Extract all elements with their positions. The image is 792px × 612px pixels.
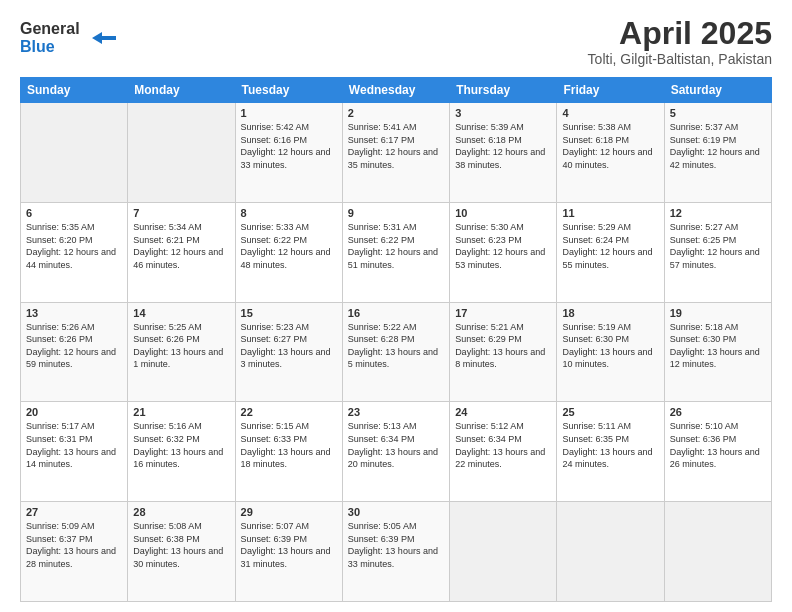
sunrise-text: Sunrise: 5:31 AM	[348, 222, 417, 232]
sunrise-text: Sunrise: 5:09 AM	[26, 521, 95, 531]
sunrise-text: Sunrise: 5:23 AM	[241, 322, 310, 332]
daylight-text: Daylight: 13 hours and 16 minutes.	[133, 447, 223, 470]
daylight-text: Daylight: 12 hours and 42 minutes.	[670, 147, 760, 170]
week-row-5: 27 Sunrise: 5:09 AM Sunset: 6:37 PM Dayl…	[21, 502, 772, 602]
day-cell: 17 Sunrise: 5:21 AM Sunset: 6:29 PM Dayl…	[450, 302, 557, 402]
sunset-text: Sunset: 6:22 PM	[348, 235, 415, 245]
sunrise-text: Sunrise: 5:34 AM	[133, 222, 202, 232]
day-cell: 14 Sunrise: 5:25 AM Sunset: 6:26 PM Dayl…	[128, 302, 235, 402]
daylight-text: Daylight: 12 hours and 38 minutes.	[455, 147, 545, 170]
calendar-header: Sunday Monday Tuesday Wednesday Thursday…	[21, 78, 772, 103]
day-number: 23	[348, 406, 444, 418]
daylight-text: Daylight: 12 hours and 44 minutes.	[26, 247, 116, 270]
day-number: 27	[26, 506, 122, 518]
sunrise-text: Sunrise: 5:37 AM	[670, 122, 739, 132]
day-cell	[450, 502, 557, 602]
sunset-text: Sunset: 6:32 PM	[133, 434, 200, 444]
col-sunday: Sunday	[21, 78, 128, 103]
daylight-text: Daylight: 13 hours and 14 minutes.	[26, 447, 116, 470]
day-cell: 22 Sunrise: 5:15 AM Sunset: 6:33 PM Dayl…	[235, 402, 342, 502]
sunrise-text: Sunrise: 5:39 AM	[455, 122, 524, 132]
day-number: 18	[562, 307, 658, 319]
day-cell: 19 Sunrise: 5:18 AM Sunset: 6:30 PM Dayl…	[664, 302, 771, 402]
daylight-text: Daylight: 13 hours and 33 minutes.	[348, 546, 438, 569]
col-thursday: Thursday	[450, 78, 557, 103]
day-number: 2	[348, 107, 444, 119]
sunset-text: Sunset: 6:37 PM	[26, 534, 93, 544]
header-row: Sunday Monday Tuesday Wednesday Thursday…	[21, 78, 772, 103]
sunset-text: Sunset: 6:18 PM	[562, 135, 629, 145]
svg-text:Blue: Blue	[20, 38, 55, 55]
daylight-text: Daylight: 13 hours and 1 minute.	[133, 347, 223, 370]
day-number: 28	[133, 506, 229, 518]
sunrise-text: Sunrise: 5:29 AM	[562, 222, 631, 232]
day-info: Sunrise: 5:27 AM Sunset: 6:25 PM Dayligh…	[670, 221, 766, 271]
day-info: Sunrise: 5:42 AM Sunset: 6:16 PM Dayligh…	[241, 121, 337, 171]
day-cell	[557, 502, 664, 602]
day-info: Sunrise: 5:16 AM Sunset: 6:32 PM Dayligh…	[133, 420, 229, 470]
col-saturday: Saturday	[664, 78, 771, 103]
day-cell: 23 Sunrise: 5:13 AM Sunset: 6:34 PM Dayl…	[342, 402, 449, 502]
header: General Blue April 2025 Tolti, Gilgit-Ba…	[20, 16, 772, 67]
day-cell	[21, 103, 128, 203]
week-row-3: 13 Sunrise: 5:26 AM Sunset: 6:26 PM Dayl…	[21, 302, 772, 402]
day-cell: 18 Sunrise: 5:19 AM Sunset: 6:30 PM Dayl…	[557, 302, 664, 402]
day-number: 12	[670, 207, 766, 219]
sunset-text: Sunset: 6:23 PM	[455, 235, 522, 245]
sunset-text: Sunset: 6:20 PM	[26, 235, 93, 245]
day-info: Sunrise: 5:25 AM Sunset: 6:26 PM Dayligh…	[133, 321, 229, 371]
day-info: Sunrise: 5:15 AM Sunset: 6:33 PM Dayligh…	[241, 420, 337, 470]
daylight-text: Daylight: 12 hours and 53 minutes.	[455, 247, 545, 270]
day-info: Sunrise: 5:13 AM Sunset: 6:34 PM Dayligh…	[348, 420, 444, 470]
day-info: Sunrise: 5:19 AM Sunset: 6:30 PM Dayligh…	[562, 321, 658, 371]
sunset-text: Sunset: 6:35 PM	[562, 434, 629, 444]
day-info: Sunrise: 5:41 AM Sunset: 6:17 PM Dayligh…	[348, 121, 444, 171]
day-cell: 10 Sunrise: 5:30 AM Sunset: 6:23 PM Dayl…	[450, 202, 557, 302]
daylight-text: Daylight: 13 hours and 30 minutes.	[133, 546, 223, 569]
day-number: 21	[133, 406, 229, 418]
sunrise-text: Sunrise: 5:18 AM	[670, 322, 739, 332]
col-tuesday: Tuesday	[235, 78, 342, 103]
day-info: Sunrise: 5:11 AM Sunset: 6:35 PM Dayligh…	[562, 420, 658, 470]
day-cell: 1 Sunrise: 5:42 AM Sunset: 6:16 PM Dayli…	[235, 103, 342, 203]
sunset-text: Sunset: 6:29 PM	[455, 334, 522, 344]
day-number: 3	[455, 107, 551, 119]
day-cell: 29 Sunrise: 5:07 AM Sunset: 6:39 PM Dayl…	[235, 502, 342, 602]
day-cell: 20 Sunrise: 5:17 AM Sunset: 6:31 PM Dayl…	[21, 402, 128, 502]
title-block: April 2025 Tolti, Gilgit-Baltistan, Paki…	[588, 16, 772, 67]
day-number: 6	[26, 207, 122, 219]
sunset-text: Sunset: 6:39 PM	[241, 534, 308, 544]
day-info: Sunrise: 5:23 AM Sunset: 6:27 PM Dayligh…	[241, 321, 337, 371]
col-friday: Friday	[557, 78, 664, 103]
logo-svg: General Blue	[20, 16, 130, 58]
day-number: 20	[26, 406, 122, 418]
day-cell: 25 Sunrise: 5:11 AM Sunset: 6:35 PM Dayl…	[557, 402, 664, 502]
day-info: Sunrise: 5:31 AM Sunset: 6:22 PM Dayligh…	[348, 221, 444, 271]
daylight-text: Daylight: 13 hours and 18 minutes.	[241, 447, 331, 470]
sunset-text: Sunset: 6:26 PM	[133, 334, 200, 344]
day-info: Sunrise: 5:05 AM Sunset: 6:39 PM Dayligh…	[348, 520, 444, 570]
day-info: Sunrise: 5:35 AM Sunset: 6:20 PM Dayligh…	[26, 221, 122, 271]
day-number: 25	[562, 406, 658, 418]
sunrise-text: Sunrise: 5:41 AM	[348, 122, 417, 132]
day-number: 11	[562, 207, 658, 219]
sunset-text: Sunset: 6:30 PM	[670, 334, 737, 344]
daylight-text: Daylight: 13 hours and 26 minutes.	[670, 447, 760, 470]
daylight-text: Daylight: 13 hours and 8 minutes.	[455, 347, 545, 370]
daylight-text: Daylight: 12 hours and 55 minutes.	[562, 247, 652, 270]
day-number: 8	[241, 207, 337, 219]
day-info: Sunrise: 5:21 AM Sunset: 6:29 PM Dayligh…	[455, 321, 551, 371]
day-cell	[128, 103, 235, 203]
sunrise-text: Sunrise: 5:08 AM	[133, 521, 202, 531]
sunset-text: Sunset: 6:30 PM	[562, 334, 629, 344]
daylight-text: Daylight: 12 hours and 59 minutes.	[26, 347, 116, 370]
day-cell: 7 Sunrise: 5:34 AM Sunset: 6:21 PM Dayli…	[128, 202, 235, 302]
day-number: 26	[670, 406, 766, 418]
logo: General Blue	[20, 16, 130, 62]
col-wednesday: Wednesday	[342, 78, 449, 103]
day-cell: 30 Sunrise: 5:05 AM Sunset: 6:39 PM Dayl…	[342, 502, 449, 602]
day-number: 13	[26, 307, 122, 319]
day-number: 30	[348, 506, 444, 518]
day-info: Sunrise: 5:29 AM Sunset: 6:24 PM Dayligh…	[562, 221, 658, 271]
day-number: 17	[455, 307, 551, 319]
